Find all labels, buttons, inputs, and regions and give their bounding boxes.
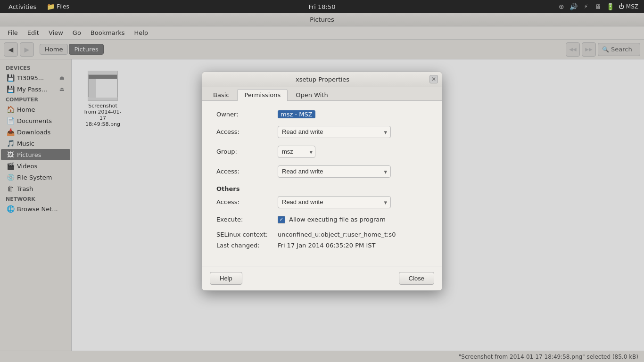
tab-permissions[interactable]: Permissions xyxy=(237,89,288,101)
owner-label: Owner: xyxy=(216,111,278,118)
last-changed-label: Last changed: xyxy=(216,242,278,249)
owner-value: msz - MSZ xyxy=(278,110,315,118)
dialog-content: Owner: msz - MSZ Access: Read and writeR… xyxy=(202,101,442,266)
group-wrapper: msz xyxy=(278,146,315,158)
group-row: Group: msz xyxy=(216,146,428,158)
properties-dialog: xsetup Properties ✕ Basic Permissions Op… xyxy=(202,72,442,291)
help-button[interactable]: Help xyxy=(210,272,242,285)
execute-text: Allow executing file as program xyxy=(289,216,386,223)
group-access-wrapper: Read and writeRead-onlyNone xyxy=(278,165,391,178)
execute-row: Execute: Allow executing file as program xyxy=(216,216,428,223)
group-label: Group: xyxy=(216,148,278,155)
execute-checkbox[interactable] xyxy=(278,216,285,223)
dialog-titlebar: xsetup Properties ✕ xyxy=(202,72,442,87)
owner-access-label: Access: xyxy=(216,128,278,135)
selinux-label: SELinux context: xyxy=(216,231,278,238)
others-header: Others xyxy=(216,185,428,192)
tab-open-with[interactable]: Open With xyxy=(289,89,335,100)
selinux-value: unconfined_u:object_r:user_home_t:s0 xyxy=(278,231,396,238)
owner-access-row: Access: Read and writeRead-onlyNone xyxy=(216,126,428,138)
group-access-row: Access: Read and writeRead-onlyNone xyxy=(216,165,428,178)
last-changed-value: Fri 17 Jan 2014 06:35:20 PM IST xyxy=(278,242,375,249)
dialog-title: xsetup Properties xyxy=(215,76,429,83)
last-changed-row: Last changed: Fri 17 Jan 2014 06:35:20 P… xyxy=(216,242,428,249)
group-access-select[interactable]: Read and writeRead-onlyNone xyxy=(278,165,391,178)
close-button[interactable]: Close xyxy=(399,272,434,285)
group-access-label: Access: xyxy=(216,168,278,175)
dialog-close-button[interactable]: ✕ xyxy=(429,75,438,83)
group-select[interactable]: msz xyxy=(278,146,315,158)
selinux-row: SELinux context: unconfined_u:object_r:u… xyxy=(216,231,428,238)
dialog-footer: Help Close xyxy=(202,266,442,290)
others-section: Others xyxy=(216,185,428,192)
owner-row: Owner: msz - MSZ xyxy=(216,110,428,118)
dialog-overlay: xsetup Properties ✕ Basic Permissions Op… xyxy=(0,0,644,362)
owner-access-select[interactable]: Read and writeRead-onlyNone xyxy=(278,126,391,138)
dialog-tabs: Basic Permissions Open With xyxy=(202,87,442,101)
owner-access-wrapper: Read and writeRead-onlyNone xyxy=(278,126,391,138)
tab-basic[interactable]: Basic xyxy=(206,89,236,100)
others-access-label: Access: xyxy=(216,198,278,206)
others-access-row: Access: Read and writeRead-onlyNone xyxy=(216,196,428,208)
others-access-select[interactable]: Read and writeRead-onlyNone xyxy=(278,196,391,208)
execute-label: Execute: xyxy=(216,216,278,223)
others-access-wrapper: Read and writeRead-onlyNone xyxy=(278,196,391,208)
